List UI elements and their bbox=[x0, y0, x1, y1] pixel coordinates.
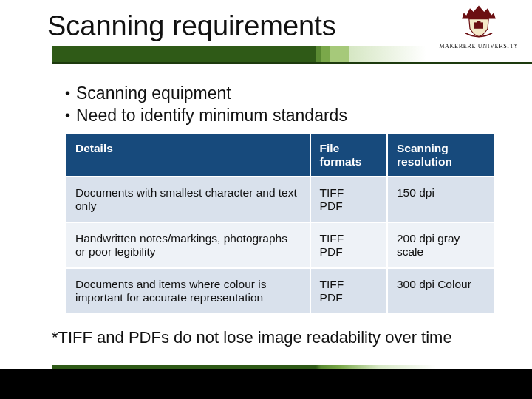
col-header-details: Details bbox=[66, 134, 310, 177]
logo-caption: MAKERERE UNIVERSITY bbox=[434, 43, 523, 50]
svg-rect-1 bbox=[477, 21, 481, 24]
col-header-resolution: Scanning resolution bbox=[387, 134, 494, 177]
table-row: Documents with smallest character and te… bbox=[66, 177, 494, 222]
bullet-text: Need to identify minimum standards bbox=[76, 105, 347, 126]
table-row: Documents and items where colour is impo… bbox=[66, 268, 494, 314]
bullet-dot-icon: • bbox=[65, 105, 76, 126]
footnote: *TIFF and PDFs do not lose image readabi… bbox=[52, 328, 495, 347]
cell-format: TIFF PDF bbox=[310, 222, 387, 268]
table-header-row: Details File formats Scanning resolution bbox=[66, 134, 494, 177]
footer-black-bar bbox=[0, 369, 532, 399]
bullet-dot-icon: • bbox=[65, 83, 76, 103]
cell-format: TIFF PDF bbox=[310, 177, 387, 222]
bullet-item: • Need to identify minimum standards bbox=[65, 105, 495, 126]
cell-format: TIFF PDF bbox=[310, 268, 387, 314]
slide: Scanning requirements MAKERERE UNIVERSIT… bbox=[0, 0, 532, 399]
header: Scanning requirements MAKERERE UNIVERSIT… bbox=[0, 0, 532, 68]
bullet-text: Scanning equipment bbox=[76, 83, 231, 103]
table-row: Handwritten notes/markings, photographs … bbox=[66, 222, 494, 268]
crest-icon bbox=[456, 3, 502, 38]
svg-rect-0 bbox=[474, 22, 483, 28]
cell-details: Documents and items where colour is impo… bbox=[66, 268, 310, 314]
requirements-table: Details File formats Scanning resolution… bbox=[65, 133, 495, 315]
cell-resolution: 300 dpi Colour bbox=[387, 268, 494, 314]
col-header-format: File formats bbox=[310, 134, 387, 177]
bullet-item: • Scanning equipment bbox=[65, 83, 495, 103]
university-logo: MAKERERE UNIVERSITY bbox=[434, 3, 523, 50]
cell-details: Documents with smallest character and te… bbox=[66, 177, 310, 222]
cell-resolution: 150 dpi bbox=[387, 177, 494, 222]
cell-details: Handwritten notes/markings, photographs … bbox=[66, 222, 310, 268]
slide-title: Scanning requirements bbox=[47, 10, 336, 42]
body: • Scanning equipment • Need to identify … bbox=[65, 81, 495, 347]
bullet-list: • Scanning equipment • Need to identify … bbox=[65, 83, 495, 126]
cell-resolution: 200 dpi gray scale bbox=[387, 222, 494, 268]
footer bbox=[0, 365, 532, 399]
